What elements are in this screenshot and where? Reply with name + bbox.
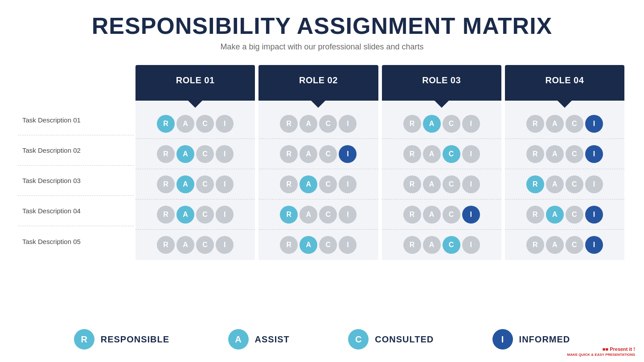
task-label-1: Task Description 01 [18,105,134,135]
badge-c-r3-t2: C [443,145,460,163]
badge-i-r1-t5: I [216,236,234,254]
badge-c-r4-t2: C [566,145,583,163]
cell-r4-t3: RACI [505,169,624,199]
task-label-4: Task Description 04 [18,196,134,226]
legend-item-3: CCONSULTED [348,329,434,350]
task-label-3: Task Description 03 [18,166,134,196]
badge-a-r2-t5: A [299,236,317,254]
badge-i-r3-t5: I [462,236,480,254]
cell-r4-t4: RACI [505,199,624,230]
badge-r-r3-t4: R [403,206,421,224]
badge-a-r4-t4: A [546,206,564,224]
brand-watermark: ■■ Present it ! MAKE QUICK & EASY PRESEN… [567,346,635,357]
badge-a-r1-t2: A [176,145,194,163]
badge-r-r3-t3: R [403,175,421,193]
cell-r3-t5: RACI [382,230,501,260]
badge-c-r1-t2: C [196,145,214,163]
badge-c-r3-t5: C [443,236,460,254]
badge-a-r4-t2: A [546,145,564,163]
badge-i-r3-t3: I [462,175,480,193]
cell-r2-t3: RACI [258,169,378,199]
badge-r-r4-t1: R [526,115,544,133]
badge-r-r4-t5: R [526,236,544,254]
badge-c-r4-t5: C [566,236,583,254]
role-header-4: ROLE 04 [505,65,624,101]
badge-i-r2-t3: I [339,175,357,193]
cell-r4-t5: RACI [505,230,624,260]
role-cells-2: RACIRACIRACIRACIRACI [258,109,378,260]
badge-a-r4-t1: A [546,115,564,133]
badge-c-r1-t3: C [196,175,214,193]
badge-c-r4-t3: C [566,175,583,193]
badge-r-r4-t4: R [526,206,544,224]
badge-i-r3-t1: I [462,115,480,133]
badge-i-r4-t1: I [585,115,603,133]
cell-r2-t5: RACI [258,230,378,260]
badge-c-r3-t1: C [443,115,460,133]
badge-a-r1-t1: A [176,115,194,133]
page-title: RESPONSIBILITY ASSIGNMENT MATRIX [92,13,553,39]
cell-r3-t4: RACI [382,199,501,230]
badge-a-r2-t3: A [299,175,317,193]
cell-r1-t1: RACI [135,109,255,139]
role-header-2: ROLE 02 [258,65,378,101]
badge-a-r1-t5: A [176,236,194,254]
page-container: RESPONSIBILITY ASSIGNMENT MATRIX Make a … [0,0,644,362]
cell-r3-t3: RACI [382,169,501,199]
legend-badge-c: C [348,329,369,350]
role-header-1: ROLE 01 [135,65,255,101]
role-cells-3: RACIRACIRACIRACIRACI [382,109,501,260]
cell-r1-t3: RACI [135,169,255,199]
badge-a-r3-t3: A [423,175,441,193]
cell-r2-t4: RACI [258,199,378,230]
badge-i-r1-t4: I [216,206,234,224]
badge-c-r3-t4: C [443,206,460,224]
badge-c-r3-t3: C [443,175,460,193]
legend-item-1: RRESPONSIBLE [74,329,169,350]
badge-r-r4-t2: R [526,145,544,163]
badge-r-r1-t4: R [157,206,175,224]
badge-r-r2-t3: R [280,175,298,193]
badge-i-r4-t2: I [585,145,603,163]
badge-i-r3-t2: I [462,145,480,163]
badge-i-r4-t5: I [585,236,603,254]
cell-r1-t2: RACI [135,139,255,169]
legend-label-1: RESPONSIBLE [101,334,169,345]
role-column-4: ROLE 04RACIRACIRACIRACIRACI [505,65,624,260]
badge-a-r4-t5: A [546,236,564,254]
cell-r2-t2: RACI [258,139,378,169]
badge-i-r1-t1: I [216,115,234,133]
badge-r-r3-t2: R [403,145,421,163]
legend-item-2: AASSIST [228,329,290,350]
badge-r-r1-t1: R [157,115,175,133]
matrix-area: Task Description 01Task Description 02Ta… [18,65,626,317]
legend-area: RRESPONSIBLEAASSISTCCONSULTEDIINFORMED [18,321,626,353]
badge-i-r2-t2: I [339,145,357,163]
legend-label-3: CONSULTED [375,334,434,345]
badge-a-r2-t2: A [299,145,317,163]
legend-badge-a: A [228,329,249,350]
badge-r-r3-t1: R [403,115,421,133]
badge-a-r3-t2: A [423,145,441,163]
badge-a-r1-t4: A [176,206,194,224]
badge-a-r3-t1: A [423,115,441,133]
badge-i-r1-t2: I [216,145,234,163]
badge-r-r2-t2: R [280,145,298,163]
badge-c-r4-t1: C [566,115,583,133]
role-column-3: ROLE 03RACIRACIRACIRACIRACI [382,65,501,260]
legend-item-4: IINFORMED [492,329,570,350]
badge-c-r1-t1: C [196,115,214,133]
cell-r3-t2: RACI [382,139,501,169]
role-column-2: ROLE 02RACIRACIRACIRACIRACI [258,65,378,260]
task-label-2: Task Description 02 [18,135,134,166]
badge-a-r2-t1: A [299,115,317,133]
role-cells-1: RACIRACIRACIRACIRACI [135,109,255,260]
cell-r1-t5: RACI [135,230,255,260]
badge-i-r3-t4: I [462,206,480,224]
role-cells-4: RACIRACIRACIRACIRACI [505,109,624,260]
badge-r-r1-t2: R [157,145,175,163]
badge-c-r1-t4: C [196,206,214,224]
role-column-1: ROLE 01RACIRACIRACIRACIRACI [135,65,255,260]
badge-a-r4-t3: A [546,175,564,193]
badge-c-r2-t3: C [319,175,337,193]
